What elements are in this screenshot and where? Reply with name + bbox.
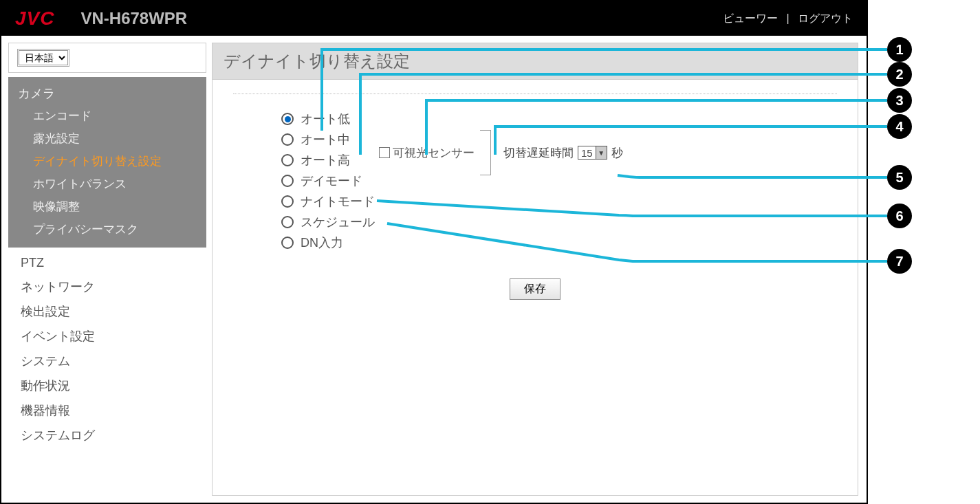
mode-radio-5[interactable] bbox=[281, 216, 294, 228]
save-button[interactable]: 保存 bbox=[510, 278, 560, 300]
mode-radio-row-1[interactable]: オート中 bbox=[281, 131, 375, 148]
brand-logo: JVC bbox=[15, 8, 54, 30]
viewer-link[interactable]: ビューワー bbox=[723, 12, 778, 24]
delay-label: 切替遅延時間 bbox=[503, 145, 574, 161]
callout-bubble-3: 3 bbox=[887, 88, 912, 113]
sidebar-camera-item-5[interactable]: プライバシーマスク bbox=[8, 218, 206, 241]
delay-select[interactable]: 15 ▼ bbox=[578, 146, 607, 160]
mode-radio-group: オート低オート中オート高デイモードナイトモードスケジュールDN入力 bbox=[281, 111, 375, 255]
visible-light-sensor-checkbox[interactable] bbox=[379, 147, 390, 158]
header-separator: | bbox=[786, 12, 789, 24]
sidebar-item-3[interactable]: イベント設定 bbox=[8, 324, 206, 349]
logout-link[interactable]: ログアウト bbox=[798, 12, 853, 24]
delay-control: 切替遅延時間 15 ▼ 秒 bbox=[503, 145, 623, 161]
body-layout: 日本語 カメラ エンコード露光設定デイナイト切り替え設定ホワイトバランス映像調整… bbox=[1, 36, 867, 503]
nav-camera-section: カメラ エンコード露光設定デイナイト切り替え設定ホワイトバランス映像調整プライバ… bbox=[8, 77, 206, 248]
mode-radio-label-2: オート高 bbox=[301, 152, 350, 168]
sidebar-item-2[interactable]: 検出設定 bbox=[8, 299, 206, 324]
language-dropdown[interactable]: 日本語 bbox=[19, 50, 68, 65]
callout-bubble-4: 4 bbox=[887, 114, 912, 139]
callout-bubble-7: 7 bbox=[887, 249, 912, 274]
app-window: JVC VN-H678WPR ビューワー | ログアウト 日本語 カメラ エンコ… bbox=[0, 0, 868, 504]
mode-radio-row-6[interactable]: DN入力 bbox=[281, 234, 375, 251]
header-right: ビューワー | ログアウト bbox=[723, 12, 853, 26]
mode-radio-row-4[interactable]: ナイトモード bbox=[281, 193, 375, 210]
sidebar-camera-item-1[interactable]: 露光設定 bbox=[8, 127, 206, 150]
main-panel: デイナイト切り替え設定 オート低オート中オート高デイモードナイトモードスケジュー… bbox=[212, 43, 858, 496]
visible-light-sensor-label: 可視光センサー bbox=[393, 145, 475, 161]
sidebar-camera-item-3[interactable]: ホワイトバランス bbox=[8, 173, 206, 195]
sidebar-camera-item-4[interactable]: 映像調整 bbox=[8, 195, 206, 218]
mode-radio-row-3[interactable]: デイモード bbox=[281, 173, 375, 189]
mode-radio-2[interactable] bbox=[281, 154, 294, 166]
mode-radio-row-5[interactable]: スケジュール bbox=[281, 214, 375, 230]
callout-bubble-2: 2 bbox=[887, 62, 912, 87]
mode-radio-6[interactable] bbox=[281, 237, 294, 249]
delay-unit: 秒 bbox=[611, 145, 623, 161]
mode-radio-label-1: オート中 bbox=[301, 131, 350, 148]
mode-radio-4[interactable] bbox=[281, 195, 294, 208]
sidebar-camera-item-0[interactable]: エンコード bbox=[8, 105, 206, 127]
sidebar-item-1[interactable]: ネットワーク bbox=[8, 274, 206, 299]
sidebar: 日本語 カメラ エンコード露光設定デイナイト切り替え設定ホワイトバランス映像調整… bbox=[8, 43, 206, 496]
save-row: 保存 bbox=[233, 278, 837, 300]
main-content: オート低オート中オート高デイモードナイトモードスケジュールDN入力 可視光センサ… bbox=[213, 80, 858, 314]
mode-radio-label-5: スケジュール bbox=[301, 214, 375, 230]
mode-radio-row-0[interactable]: オート低 bbox=[281, 111, 375, 127]
mode-radio-label-4: ナイトモード bbox=[301, 193, 375, 210]
sidebar-item-4[interactable]: システム bbox=[8, 349, 206, 373]
language-select[interactable]: 日本語 bbox=[17, 49, 69, 67]
mode-radio-label-0: オート低 bbox=[301, 111, 350, 127]
sidebar-item-5[interactable]: 動作状況 bbox=[8, 373, 206, 398]
sidebar-item-6[interactable]: 機器情報 bbox=[8, 398, 206, 423]
nav-main-list: PTZネットワーク検出設定イベント設定システム動作状況機器情報システムログ bbox=[8, 248, 206, 452]
callout-bubble-6: 6 bbox=[887, 204, 912, 228]
mode-radio-1[interactable] bbox=[281, 133, 294, 146]
mode-radio-0[interactable] bbox=[281, 113, 294, 125]
sidebar-item-7[interactable]: システムログ bbox=[8, 423, 206, 448]
mode-radio-row-2[interactable]: オート高 bbox=[281, 152, 375, 168]
page-title: デイナイト切り替え設定 bbox=[213, 43, 858, 80]
model-label: VN-H678WPR bbox=[80, 9, 187, 28]
mode-radio-label-6: DN入力 bbox=[301, 234, 343, 251]
mode-radio-label-3: デイモード bbox=[301, 173, 362, 189]
chevron-down-icon[interactable]: ▼ bbox=[596, 146, 607, 159]
callout-bubble-5: 5 bbox=[887, 165, 912, 190]
mode-radio-3[interactable] bbox=[281, 175, 294, 187]
delay-value: 15 bbox=[578, 147, 596, 159]
callout-bubble-1: 1 bbox=[887, 37, 912, 62]
sidebar-camera-item-2[interactable]: デイナイト切り替え設定 bbox=[8, 150, 206, 173]
sidebar-item-0[interactable]: PTZ bbox=[8, 252, 206, 274]
separator-line bbox=[233, 94, 837, 94]
nav-camera-head[interactable]: カメラ bbox=[8, 83, 206, 105]
language-panel: 日本語 bbox=[8, 43, 206, 73]
header-bar: JVC VN-H678WPR ビューワー | ログアウト bbox=[1, 1, 867, 36]
